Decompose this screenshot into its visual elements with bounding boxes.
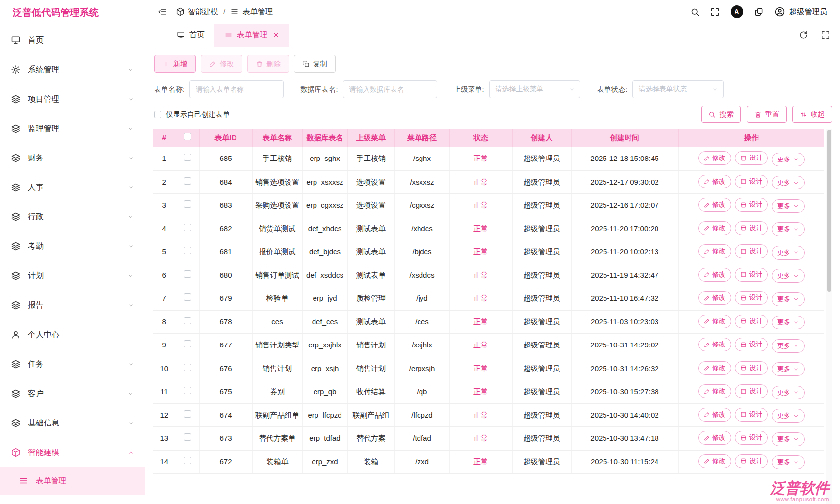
fullscreen-icon[interactable] (821, 30, 830, 40)
row-more-button[interactable]: 更多 (772, 455, 805, 469)
row-edit-button[interactable]: 修改 (698, 175, 731, 188)
row-more-button[interactable]: 更多 (772, 386, 805, 399)
sidebar-item-13[interactable]: 基础信息 (0, 408, 145, 438)
row-checkbox[interactable] (184, 247, 191, 254)
row-more-button[interactable]: 更多 (772, 316, 805, 329)
row-more-button[interactable]: 更多 (772, 246, 805, 260)
row-edit-button[interactable]: 修改 (698, 151, 731, 165)
row-more-button[interactable]: 更多 (772, 199, 805, 213)
sidebar-item-15[interactable]: 表单管理 (0, 467, 145, 495)
row-more-button[interactable]: 更多 (772, 176, 805, 189)
row-more-button[interactable]: 更多 (772, 153, 805, 166)
sidebar-item-1[interactable]: 系统管理 (0, 55, 145, 84)
row-edit-button[interactable]: 修改 (698, 291, 731, 305)
row-checkbox[interactable] (184, 410, 191, 418)
breadcrumb-item-page[interactable]: 表单管理 (230, 7, 273, 17)
db-name-input[interactable] (343, 80, 437, 98)
form-name-input[interactable] (189, 80, 284, 98)
collapse-filters-button[interactable]: 收起 (792, 106, 832, 123)
a-circle-icon[interactable]: A (731, 5, 743, 18)
fullscreen-icon[interactable] (710, 7, 720, 17)
sidebar-item-2[interactable]: 项目管理 (0, 84, 145, 114)
sidebar-item-11[interactable]: 任务 (0, 349, 145, 379)
row-checkbox[interactable] (184, 270, 191, 278)
close-icon[interactable] (273, 32, 279, 38)
row-design-button[interactable]: 设计 (735, 268, 768, 282)
row-edit-button[interactable]: 修改 (698, 315, 731, 328)
search-button[interactable]: 搜索 (701, 106, 741, 123)
row-edit-button[interactable]: 修改 (698, 454, 731, 468)
sidebar-item-12[interactable]: 客户 (0, 379, 145, 408)
row-edit-button[interactable]: 修改 (698, 408, 731, 422)
row-design-button[interactable]: 设计 (735, 338, 768, 351)
row-design-button[interactable]: 设计 (735, 221, 768, 235)
row-edit-button[interactable]: 修改 (698, 268, 731, 282)
add-button[interactable]: 新增 (154, 55, 196, 73)
sidebar-item-4[interactable]: 财务 (0, 143, 145, 173)
row-more-button[interactable]: 更多 (772, 269, 805, 283)
row-checkbox[interactable] (184, 457, 191, 464)
row-design-button[interactable]: 设计 (735, 361, 768, 375)
row-more-button[interactable]: 更多 (772, 222, 805, 236)
sidebar-item-8[interactable]: 计划 (0, 261, 145, 291)
row-checkbox[interactable] (184, 154, 191, 161)
sidebar-item-9[interactable]: 报告 (0, 291, 145, 320)
user-menu[interactable]: 超级管理员 (774, 6, 828, 17)
row-checkbox[interactable] (184, 433, 191, 441)
row-checkbox[interactable] (184, 177, 191, 185)
row-design-button[interactable]: 设计 (735, 175, 768, 188)
row-edit-button[interactable]: 修改 (698, 338, 731, 351)
row-more-button[interactable]: 更多 (772, 339, 805, 353)
only-mine-checkbox[interactable] (154, 111, 161, 118)
scrollbar-thumb[interactable] (827, 130, 831, 292)
row-more-button[interactable]: 更多 (772, 432, 805, 446)
row-edit-button[interactable]: 修改 (698, 244, 731, 258)
row-design-button[interactable]: 设计 (735, 291, 768, 305)
row-more-button[interactable]: 更多 (772, 362, 805, 376)
tab-home[interactable]: 首页 (167, 24, 214, 47)
sidebar-item-7[interactable]: 考勤 (0, 232, 145, 261)
row-checkbox[interactable] (184, 364, 191, 371)
row-checkbox[interactable] (184, 200, 191, 208)
row-checkbox[interactable] (184, 340, 191, 347)
reset-button[interactable]: 重置 (747, 106, 787, 123)
sidebar-item-6[interactable]: 行政 (0, 202, 145, 232)
row-design-button[interactable]: 设计 (735, 454, 768, 468)
row-more-button[interactable]: 更多 (772, 292, 805, 306)
row-edit-button[interactable]: 修改 (698, 431, 731, 445)
row-edit-button[interactable]: 修改 (698, 384, 731, 398)
search-icon[interactable] (690, 7, 700, 17)
refresh-icon[interactable] (799, 30, 808, 40)
documents-icon[interactable] (754, 7, 763, 17)
sidebar-collapse-button[interactable] (158, 7, 167, 16)
row-design-button[interactable]: 设计 (735, 431, 768, 445)
row-edit-button[interactable]: 修改 (698, 198, 731, 212)
row-design-button[interactable]: 设计 (735, 384, 768, 398)
form-status-select[interactable]: 请选择表单状态 (632, 80, 724, 98)
parent-menu-select[interactable]: 请选择上级菜单 (489, 80, 580, 98)
row-checkbox[interactable] (184, 317, 191, 324)
sidebar-item-10[interactable]: 个人中心 (0, 320, 145, 349)
row-checkbox[interactable] (184, 224, 191, 231)
row-edit-button[interactable]: 修改 (698, 221, 731, 235)
row-checkbox[interactable] (184, 293, 191, 301)
row-design-button[interactable]: 设计 (735, 315, 768, 328)
row-checkbox[interactable] (184, 387, 191, 394)
sidebar-item-14[interactable]: 智能建模 (0, 438, 145, 467)
select-all-checkbox[interactable] (184, 133, 191, 140)
row-edit-button[interactable]: 修改 (698, 361, 731, 375)
row-design-button[interactable]: 设计 (735, 244, 768, 258)
row-design-button[interactable]: 设计 (735, 198, 768, 212)
edit-button[interactable]: 修改 (201, 55, 242, 73)
copy-button[interactable]: 复制 (294, 55, 336, 73)
sidebar-item-3[interactable]: 监理管理 (0, 114, 145, 143)
vertical-scrollbar[interactable] (826, 129, 832, 504)
delete-button[interactable]: 删除 (247, 55, 289, 73)
sidebar-item-0[interactable]: 首页 (0, 26, 145, 55)
tab-form-management[interactable]: 表单管理 (214, 24, 289, 47)
breadcrumb-item-module[interactable]: 智能建模 (176, 7, 218, 17)
only-mine-toggle[interactable]: 仅显示自己创建表单 (154, 110, 230, 119)
row-design-button[interactable]: 设计 (735, 151, 768, 165)
row-design-button[interactable]: 设计 (735, 408, 768, 422)
sidebar-item-5[interactable]: 人事 (0, 173, 145, 202)
